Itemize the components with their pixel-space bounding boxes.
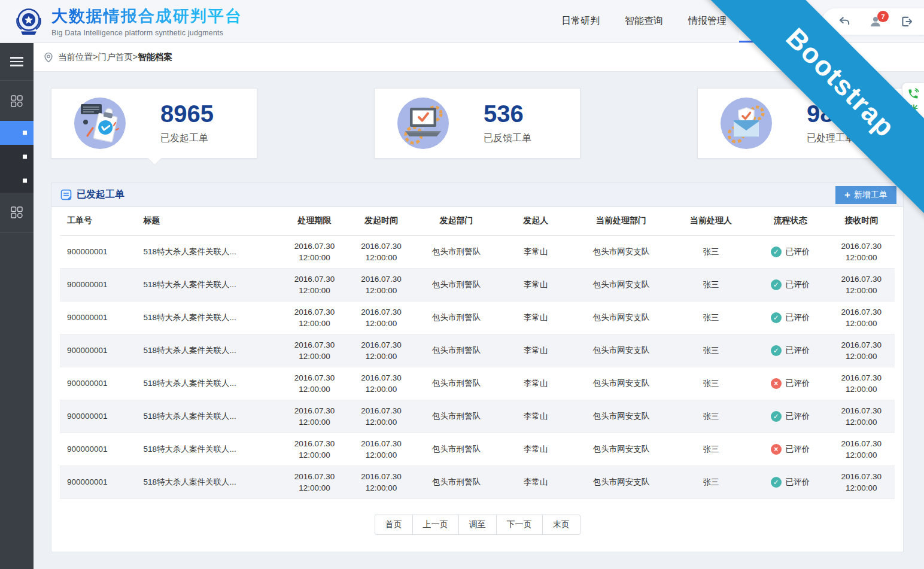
- cell: 2016.07.30 12:00:00: [828, 334, 895, 367]
- breadcrumb-prefix[interactable]: 当前位置>门户首页>: [58, 52, 138, 62]
- table-row[interactable]: 900000001518特大杀人案件关联人...2016.07.30 12:00…: [60, 334, 895, 367]
- cell: 包头市刑警队: [415, 433, 499, 465]
- cell-title: 518特大杀人案件关联人...: [144, 301, 281, 334]
- status-badge: ✓已评价: [771, 279, 810, 290]
- clipboard-check-illustration: [74, 98, 126, 149]
- app-subtitle: Big Data Intelligence platform synthetic…: [51, 29, 242, 37]
- add-work-order-button[interactable]: + 新增工单: [835, 186, 896, 204]
- cell: 李常山: [498, 301, 573, 334]
- cell-order-id: 900000001: [60, 334, 144, 367]
- document-icon: [60, 189, 72, 200]
- column-header: 发起部门: [415, 207, 499, 235]
- cell-order-id: 900000001: [60, 268, 144, 301]
- nav-item[interactable]: 智能查询: [612, 0, 676, 42]
- check-circle-icon: ✓: [771, 477, 782, 488]
- cell: 包头市刑警队: [415, 301, 499, 334]
- stat-card-feedback[interactable]: 536 已反馈工单: [374, 88, 580, 159]
- sidebar-subitem[interactable]: [0, 169, 34, 193]
- panel-header: 已发起工单 + 新增工单: [51, 183, 903, 207]
- cell: 李常山: [498, 465, 573, 498]
- column-header: 标题: [144, 207, 281, 235]
- cell-title: 518特大杀人案件关联人...: [144, 367, 281, 400]
- cell: 张三: [669, 301, 753, 334]
- status-label: 已评价: [786, 345, 810, 356]
- status-badge: ✓已评价: [771, 476, 810, 488]
- stat-value-feedback: 536: [484, 102, 531, 126]
- cell: 张三: [669, 400, 753, 433]
- sidebar-group-1-grid-icon[interactable]: [0, 81, 34, 121]
- status-label: 已评价: [786, 443, 810, 455]
- cell: 李常山: [498, 367, 573, 400]
- undo-icon[interactable]: [838, 15, 851, 28]
- cell: 包头市网安支队: [573, 367, 669, 400]
- status-label: 已评价: [786, 378, 810, 389]
- table-row[interactable]: 900000001518特大杀人案件关联人...2016.07.30 12:00…: [60, 367, 895, 400]
- status-badge: ×已评价: [771, 378, 810, 389]
- table-row[interactable]: 900000001518特大杀人案件关联人...2016.07.30 12:00…: [60, 400, 895, 433]
- page-button[interactable]: 调至: [458, 515, 497, 535]
- table-row[interactable]: 900000001518特大杀人案件关联人...2016.07.30 12:00…: [60, 465, 895, 498]
- cell: 包头市刑警队: [415, 400, 499, 433]
- plus-icon: +: [844, 190, 850, 200]
- brand: 大数据情报合成研判平台 Big Data Intelligence platfo…: [0, 0, 242, 42]
- nav-item[interactable]: 日常研判: [549, 0, 612, 42]
- cell: 包头市刑警队: [415, 235, 499, 268]
- sidebar-subitem[interactable]: [0, 145, 34, 169]
- cell: 2016.07.30 12:00:00: [348, 334, 415, 367]
- cell-status: ✓已评价: [753, 334, 828, 367]
- logout-icon[interactable]: [900, 15, 913, 28]
- cell: 张三: [669, 367, 753, 400]
- cell: 2016.07.30 12:00:00: [828, 433, 895, 465]
- cell: 2016.07.30 12:00:00: [348, 301, 415, 334]
- user-icon[interactable]: 7: [869, 15, 882, 28]
- pagination: 首页上一页调至下一页末页: [51, 499, 903, 552]
- bullet-icon: [23, 179, 27, 183]
- cell-order-id: 900000001: [60, 433, 144, 465]
- cell: 2016.07.30 12:00:00: [281, 334, 348, 367]
- table-row[interactable]: 900000001518特大杀人案件关联人...2016.07.30 12:00…: [60, 235, 895, 268]
- stat-value-initiated: 8965: [160, 102, 214, 126]
- stat-card-initiated[interactable]: 8965 已发起工单: [51, 88, 257, 159]
- page-button[interactable]: 下一页: [496, 515, 543, 535]
- cell-title: 518特大杀人案件关联人...: [144, 334, 281, 367]
- bullet-icon: [23, 131, 27, 135]
- cell-status: ✓已评价: [753, 268, 828, 301]
- sidebar-subitem-active[interactable]: [0, 121, 34, 145]
- cell: 李常山: [498, 235, 573, 268]
- cell: 包头市刑警队: [415, 367, 499, 400]
- cell: 2016.07.30 12:00:00: [281, 400, 348, 433]
- page-button[interactable]: 末页: [542, 515, 580, 535]
- sidebar-toggle-hamburger-icon[interactable]: [0, 43, 34, 81]
- cell: 2016.07.30 12:00:00: [828, 235, 895, 268]
- cell: 李常山: [498, 334, 573, 367]
- cell: 2016.07.30 12:00:00: [281, 268, 348, 301]
- column-header: 当前处理部门: [573, 207, 669, 235]
- table-row[interactable]: 900000001518特大杀人案件关联人...2016.07.30 12:00…: [60, 301, 895, 334]
- check-circle-icon: ✓: [771, 312, 782, 323]
- cell: 2016.07.30 12:00:00: [281, 465, 348, 498]
- status-badge: ×已评价: [771, 443, 810, 455]
- status-badge: ✓已评价: [771, 345, 810, 356]
- cell: 2016.07.30 12:00:00: [828, 465, 895, 498]
- sidebar-group-2-grid-icon[interactable]: [0, 193, 34, 233]
- cell-order-id: 900000001: [60, 465, 144, 498]
- table-row[interactable]: 900000001518特大杀人案件关联人...2016.07.30 12:00…: [60, 433, 895, 465]
- page-button[interactable]: 上一页: [412, 515, 459, 535]
- cell: 张三: [669, 235, 753, 268]
- cell: 2016.07.30 12:00:00: [828, 301, 895, 334]
- cell-status: ✓已评价: [753, 301, 828, 334]
- cell: 包头市网安支队: [573, 433, 669, 465]
- cell-order-id: 900000001: [60, 301, 144, 334]
- bullet-icon: [23, 155, 27, 159]
- stat-label-feedback: 已反馈工单: [484, 132, 531, 145]
- work-order-table-wrap: 工单号标题处理期限发起时间发起部门发起人当前处理部门当前处理人流程状态接收时间 …: [51, 207, 903, 499]
- cell: 包头市刑警队: [415, 334, 499, 367]
- sidebar-submenu: [0, 121, 34, 193]
- page-button[interactable]: 首页: [375, 515, 413, 535]
- table-row[interactable]: 900000001518特大杀人案件关联人...2016.07.30 12:00…: [60, 268, 895, 301]
- stat-label-initiated: 已发起工单: [160, 132, 214, 145]
- column-header: 发起时间: [348, 207, 415, 235]
- cell: 包头市网安支队: [573, 235, 669, 268]
- cell: 2016.07.30 12:00:00: [828, 400, 895, 433]
- status-badge: ✓已评价: [771, 246, 810, 257]
